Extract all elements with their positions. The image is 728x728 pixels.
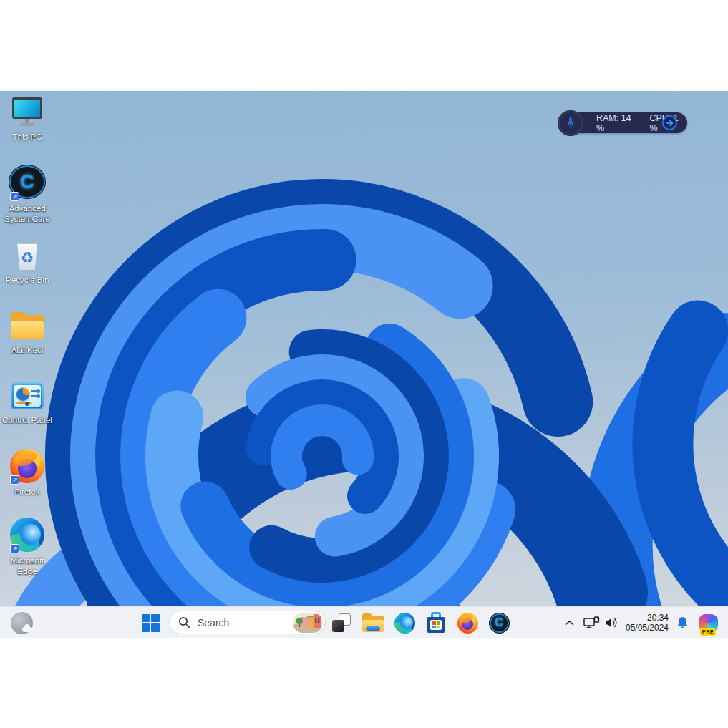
network-button[interactable] <box>581 610 601 636</box>
ethernet-icon <box>583 616 600 629</box>
edge-button[interactable] <box>390 610 419 636</box>
desktop[interactable]: This PC Advanced SystemCare ♻ Recycle Bi… <box>0 91 728 606</box>
advanced-systemcare-icon <box>9 162 46 201</box>
desktop-icon-label: Recycle Bin <box>6 275 49 286</box>
microsoft-store-icon <box>425 612 447 634</box>
copilot-icon: PRE <box>699 614 718 632</box>
desktop-icon-label: Control Panel <box>2 415 52 426</box>
rocket-icon[interactable] <box>558 110 583 136</box>
task-view-icon <box>331 613 351 633</box>
advanced-systemcare-button[interactable] <box>485 610 513 636</box>
weather-widget-icon <box>11 612 33 634</box>
desktop-icon-firefox[interactable]: Firefox <box>0 447 54 498</box>
desktop-icon-label: Advanced SystemCare <box>0 203 54 225</box>
clock[interactable]: 20:34 05/05/2024 <box>621 610 673 636</box>
copilot-button[interactable]: PRE <box>695 610 721 636</box>
edge-icon <box>394 613 415 634</box>
desktop-icon-advanced-systemcare[interactable]: Advanced SystemCare <box>0 162 54 225</box>
notification-bell-button[interactable] <box>674 610 691 636</box>
desktop-icon-label: This PC <box>13 132 42 142</box>
windows-desktop-screenshot: This PC Advanced SystemCare ♻ Recycle Bi… <box>0 0 728 728</box>
ram-usage: RAM: 14 % <box>596 113 639 133</box>
file-explorer-icon <box>362 613 384 632</box>
edge-icon <box>9 516 46 553</box>
microsoft-store-button[interactable] <box>422 610 450 636</box>
windows-start-icon <box>142 614 160 632</box>
start-button[interactable] <box>136 610 165 636</box>
recycle-bin-icon: ♻ <box>9 238 46 273</box>
firefox-icon <box>457 613 478 634</box>
copilot-preview-badge: PRE <box>700 628 716 636</box>
widgets-button[interactable] <box>7 610 36 636</box>
control-panel-icon <box>9 379 46 413</box>
task-view-button[interactable] <box>327 610 356 636</box>
this-pc-icon <box>9 95 46 130</box>
firefox-icon <box>9 447 46 485</box>
desktop-icon-microsoft-edge[interactable]: Microsoft Edge <box>0 516 54 577</box>
volume-button[interactable] <box>601 610 620 636</box>
desktop-icon-recycle-bin[interactable]: ♻ Recycle Bin <box>0 238 54 286</box>
shortcut-arrow-icon <box>10 544 19 553</box>
arrow-right-icon[interactable] <box>662 115 677 130</box>
shortcut-arrow-icon <box>10 475 19 485</box>
hidden-icons-chevron[interactable] <box>559 610 579 636</box>
search-icon <box>178 616 190 628</box>
desktop-icon-label: Firefox <box>14 487 39 498</box>
taskbar: 20:34 05/05/2024 PRE <box>0 606 728 638</box>
file-explorer-button[interactable] <box>359 610 387 636</box>
firefox-button[interactable] <box>453 610 482 636</box>
search-input[interactable] <box>198 617 291 628</box>
speaker-icon <box>604 617 618 628</box>
search-highlight-image[interactable] <box>293 613 323 633</box>
notification-bell-icon <box>676 616 689 629</box>
advanced-systemcare-icon <box>489 613 510 634</box>
tray-date: 05/05/2024 <box>626 623 669 633</box>
desktop-icon-control-panel[interactable]: Control Panel <box>0 379 54 426</box>
desktop-icon-alai-keci[interactable]: Alai Keci <box>0 309 54 356</box>
performance-monitor-widget[interactable]: RAM: 14 % CPU: 1 % <box>558 110 687 136</box>
shortcut-arrow-icon <box>10 192 19 201</box>
desktop-icon-this-pc[interactable]: This PC <box>0 95 54 142</box>
tray-time: 20:34 <box>626 613 669 623</box>
desktop-icon-label: Microsoft Edge <box>0 555 54 577</box>
desktop-icon-label: Alai Keci <box>11 345 44 356</box>
bloom-wallpaper <box>0 91 728 606</box>
search-box[interactable] <box>169 611 326 634</box>
folder-icon <box>9 309 46 343</box>
chevron-up-icon <box>565 620 574 626</box>
